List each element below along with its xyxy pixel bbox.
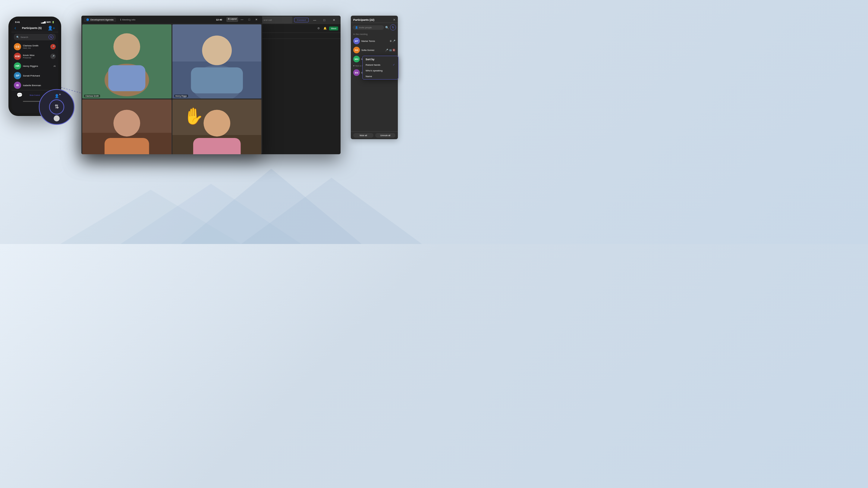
phone-status-bar: 9:41 ▂▄▆ WiFi 🔋 xyxy=(11,20,58,24)
pp-close-button[interactable]: ✕ xyxy=(393,18,396,22)
svg-rect-23 xyxy=(104,138,149,154)
pp-search-icon: 👤 xyxy=(355,26,358,29)
video-person-shape-1 xyxy=(173,24,261,98)
layout-button[interactable]: ⊞ Layout xyxy=(226,17,238,22)
pp-icons-sofia: 🎤 📹 🔇 xyxy=(385,49,396,52)
meeting-info-tab-label: Meeting info xyxy=(122,19,135,21)
pp-header: Participants (22) ✕ xyxy=(351,16,398,23)
pp-camera-icon-sofia: 📹 xyxy=(389,49,392,52)
svg-text:👤: 👤 xyxy=(55,94,59,98)
meeting-title-bar: 🔵 Development Agenda ℹ Meeting info 12:4… xyxy=(82,16,262,24)
pp-participant-sofia: SG Sofia Gomez 🎤 📹 🔇 xyxy=(351,45,398,55)
phone-mic-button-1[interactable]: 🎤 xyxy=(50,54,56,59)
video-label-1: Henry Riggs xyxy=(174,95,188,97)
person-svg-3: ✋ xyxy=(173,99,261,154)
info-icon: ℹ xyxy=(120,19,121,21)
meeting-body: Clarissa Smith Henry Riggs xyxy=(82,24,262,154)
phone-add-person-button[interactable]: 👤+ xyxy=(48,26,55,30)
pp-avatar-murad: MH xyxy=(353,56,360,62)
sort-dropdown-header: Sort by xyxy=(363,56,398,62)
phone-mic-button-0[interactable]: 🎤 xyxy=(50,44,56,50)
meeting-maximize-button[interactable]: □ xyxy=(246,17,253,22)
video-cell-2: Isabelle Brennan xyxy=(82,99,172,154)
signal-icon: ▂▄▆ xyxy=(41,21,45,24)
unmute-all-button[interactable]: Unmute all xyxy=(375,133,396,138)
phone-participant-info-2: Henry Riggins xyxy=(23,65,52,67)
phone-participant-2: HR Henry Riggins AI xyxy=(11,61,58,71)
meeting-tab-icon: 🔵 xyxy=(86,19,89,21)
meeting-close-button[interactable]: ✕ xyxy=(253,17,260,22)
phone-time: 9:41 xyxy=(15,21,20,24)
sort-check-icon: ✓ xyxy=(393,63,395,66)
phone-participant-info-0: Clarissa Smith Host, me xyxy=(23,44,49,49)
phone-participant-info-4: Isabelle Brennan xyxy=(23,84,56,87)
pp-title: Participants (22) xyxy=(353,19,393,22)
sort-whos-speaking-label: Who's speaking xyxy=(366,69,382,72)
pp-screen-icon-marise: 🖥 xyxy=(390,40,392,42)
phone-sort-button[interactable]: ⇅ xyxy=(49,35,53,39)
meeting-window-btns: ⊞ Layout — □ ✕ xyxy=(226,17,260,22)
battery-icon: 🔋 xyxy=(52,21,55,24)
pp-sort-button[interactable]: ⇅ xyxy=(390,24,396,30)
minimize-button[interactable]: — xyxy=(310,18,319,22)
pp-mute-row: Mute all Unmute all xyxy=(351,131,398,139)
pp-muted-icon-sofia: 🔇 xyxy=(393,49,396,52)
meeting-tab-active[interactable]: 🔵 Development Agenda xyxy=(84,18,116,22)
sort-whos-speaking[interactable]: Who's speaking xyxy=(363,68,398,73)
svg-text:⇅: ⇅ xyxy=(55,104,59,110)
chat-icon: 💬 xyxy=(17,92,23,98)
close-button[interactable]: ✕ xyxy=(330,18,338,22)
phone-participant-role-1: Presenter xyxy=(23,57,49,59)
svg-rect-14 xyxy=(108,65,145,91)
background-decoration xyxy=(0,154,434,244)
phone-participant-info-1: Kevin Woo Presenter xyxy=(23,54,49,59)
svg-point-22 xyxy=(113,110,140,137)
phone-participant-info-3: Sonali Pritchard xyxy=(23,74,56,77)
sort-name[interactable]: Name xyxy=(363,73,398,79)
connect-button[interactable]: Connect xyxy=(294,18,309,22)
meeting-tab-label: Development Agenda xyxy=(90,19,114,21)
maximize-button[interactable]: □ xyxy=(320,18,329,22)
svg-point-26 xyxy=(204,110,230,137)
phone-chat-button[interactable]: 💬 xyxy=(17,92,23,98)
meet-button[interactable]: Meet xyxy=(329,27,338,30)
phone-participant-0: CS Clarissa Smith Host, me 🎤 xyxy=(11,42,58,52)
phone-participant-role-0: Host, me xyxy=(23,47,49,49)
pp-avatar-sofia: SG xyxy=(353,47,360,53)
phone-avatar-2: HR xyxy=(14,62,21,70)
chevron-icon: ▾ xyxy=(353,64,354,67)
person-svg-1 xyxy=(173,24,261,98)
meeting-minimize-button[interactable]: — xyxy=(239,17,245,22)
pp-name-marise: Marise Torres xyxy=(361,40,388,42)
pp-search-box[interactable]: 👤 Invite people xyxy=(352,25,384,30)
video-person-shape-0 xyxy=(82,24,172,98)
sort-name-label: Name xyxy=(366,75,372,78)
phone-search-icon: 🔍 xyxy=(16,36,19,38)
phone-participant-name-1: Kevin Woo xyxy=(23,54,49,57)
sort-raised-hands-label: Raised hands xyxy=(366,64,380,66)
pp-search-magnifier[interactable]: 🔍 xyxy=(385,26,389,29)
pp-search-row: 👤 Invite people 🔍 ⇅ xyxy=(351,23,398,32)
pp-avatar-emily: EN xyxy=(353,69,360,76)
pp-mic-icon-sofia: 🎤 xyxy=(385,49,388,52)
sort-dropdown: Sort by Raised hands ✓ Who's speaking Na… xyxy=(362,56,398,79)
sort-raised-hands[interactable]: Raised hands ✓ xyxy=(363,62,398,68)
pp-avatar-marise: MT xyxy=(353,38,360,44)
phone-participant-3: SP Sonali Pritchard xyxy=(11,71,58,80)
phone-back-button[interactable]: ‹ xyxy=(14,25,16,31)
phone-search-input[interactable]: Search xyxy=(21,36,47,38)
sort-circle-svg: 👤 + ⇅ xyxy=(38,89,75,125)
svg-point-9 xyxy=(54,116,60,121)
wifi-icon: WiFi xyxy=(46,21,51,23)
pp-name-sofia: Sofia Gomez xyxy=(361,49,384,52)
mute-all-button[interactable]: Mute all xyxy=(353,133,373,138)
meeting-info-tab[interactable]: ℹ Meeting info xyxy=(118,18,138,22)
phone-avatar-1: KW xyxy=(14,53,21,60)
phone-ai-badge-2: AI xyxy=(53,65,56,67)
meeting-window: 🔵 Development Agenda ℹ Meeting info 12:4… xyxy=(82,16,262,154)
channel-header-icon1[interactable]: ⚙ xyxy=(316,26,321,30)
channel-header-icon2[interactable]: 🔔 xyxy=(322,26,328,30)
video-person-shape-2 xyxy=(82,99,172,154)
svg-rect-19 xyxy=(191,67,243,93)
phone-avatar-4: IB xyxy=(14,82,21,89)
